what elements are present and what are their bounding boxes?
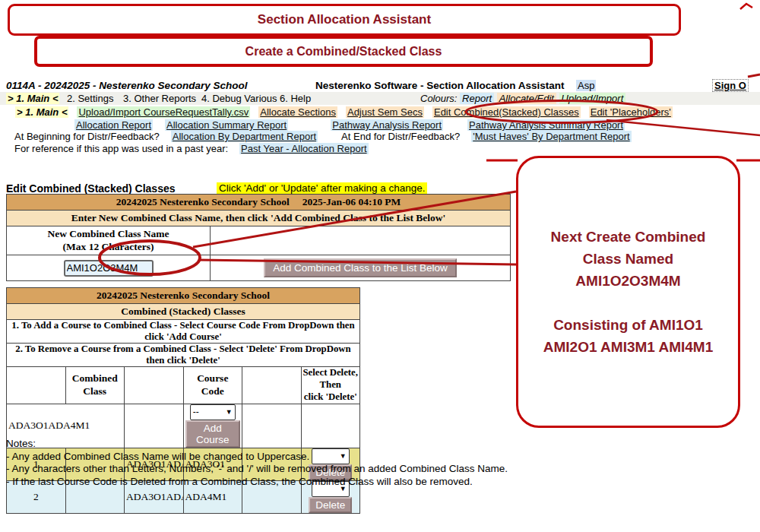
section-hint-highlight: Click 'Add' or 'Update' after making a c…: [217, 182, 427, 194]
nav-link-upload-import[interactable]: Upload/Import CourseRequestTally.csv: [77, 106, 250, 118]
menu-row: > 1. Main < 2. Settings 3. Other Reports…: [0, 93, 760, 105]
beginning-feedback-label: At Beginning for Distr/Feedback?: [14, 131, 160, 142]
nav-link-allocation-report[interactable]: Allocation Report: [74, 119, 153, 131]
school-title: 0114A - 20242025 - Nesterenko Secondary …: [6, 80, 247, 91]
annotation-dash: [748, 74, 760, 77]
table2-instruction2-row: 2. To Remove a Course from a Combined Cl…: [7, 344, 360, 367]
nav-link-allocation-summary[interactable]: Allocation Summary Report: [165, 119, 288, 131]
nav-row-reports: Allocation Report Allocation Summary Rep…: [0, 119, 760, 131]
banner1-text: Section Allocation Assistant: [258, 12, 431, 27]
callout-line: Consisting of AMI1O1: [553, 314, 703, 336]
nav-link-alloc-by-dept[interactable]: Allocation By Department Report: [171, 131, 318, 142]
menu-item-other-reports[interactable]: 3. Other Reports: [123, 93, 196, 104]
table1-school: 20242025 Nesterenko Secondary School: [116, 196, 290, 207]
table1-timestamp: 2025-Jan-06 04:10 PM: [302, 196, 401, 207]
col-course-code: Course Code: [183, 367, 242, 404]
annotation-callout: Next Create Combined Class Named AMI1O2O…: [516, 156, 740, 428]
callout-line: Class Named: [583, 248, 673, 270]
callout-line: AMI1O2O3M4M: [575, 270, 680, 292]
page: Section Allocation Assistant Create a Co…: [0, 0, 760, 532]
table1-instruction: Enter New Combined Class Name, then clic…: [7, 211, 511, 226]
delete-button[interactable]: Delete: [309, 497, 352, 513]
section-title: Edit Combined (Stacked) Classes: [6, 182, 176, 195]
nav-link-edit-combined[interactable]: Edit Combined(Stacked) Classes: [432, 106, 581, 118]
col-select-delete: Select Delete, Then click 'Delete': [301, 367, 360, 404]
chevron-down-icon: ▼: [226, 408, 233, 416]
menu-item-debug[interactable]: 4. Debug Various: [201, 93, 277, 104]
menu-item-main[interactable]: > 1. Main <: [6, 93, 59, 104]
add-combined-class-button[interactable]: Add Combined Class to the List Below: [264, 258, 457, 277]
table2-header-row: Combined Class Course Code Select Delete…: [7, 367, 360, 404]
nav-link-must-haves[interactable]: 'Must Haves' By Department Report: [471, 131, 632, 142]
table2-subtitle-row: Combined (Stacked) Classes: [7, 304, 360, 320]
table1-empty-cell: [211, 226, 511, 255]
nav-row-main: > 1. Main < Upload/Import CourseRequestT…: [0, 106, 760, 118]
notes-block: Notes: - Any added Combined Class Name w…: [6, 438, 508, 488]
nav-link-adjust-sem-secs[interactable]: Adjust Sem Secs: [346, 106, 424, 118]
note-line: - Any characters other than Letters, Num…: [6, 463, 508, 476]
annotation-mark: [740, 4, 752, 9]
callout-line: Next Create Combined: [551, 226, 706, 248]
table1-instruction-row: Enter New Combined Class Name, then clic…: [7, 211, 511, 226]
table1-input-row: Add Combined Class to the List Below: [7, 255, 511, 281]
callout-line: AMI2O1 AMI3M1 AMI4M1: [543, 336, 713, 358]
nav-link-edit-placeholders[interactable]: Edit 'Placeholders': [589, 106, 673, 118]
nav-row-past-year: For reference if this app was used in a …: [0, 143, 760, 154]
table2-instruction1: 1. To Add a Course to Combined Class - S…: [7, 320, 360, 344]
new-class-name-label: New Combined Class Name (Max 12 Characte…: [7, 226, 211, 255]
new-class-name-input[interactable]: [64, 260, 154, 277]
table2-subtitle: Combined (Stacked) Classes: [7, 304, 360, 320]
nav-link-pathway-report[interactable]: Pathway Analysis Report: [331, 119, 443, 131]
banner2-text: Create a Combined/Stacked Class: [245, 45, 442, 59]
colours-key-upload: Upload/Import: [559, 93, 626, 104]
note-line: - If the last Course Code is Deleted fro…: [6, 476, 508, 489]
colours-key-allocate: Allocate/Edit: [497, 93, 556, 104]
table1-school-row: 20242025 Nesterenko Secondary School 202…: [7, 195, 511, 211]
nav-link-allocate-sections[interactable]: Allocate Sections: [258, 106, 337, 118]
annotation-banner-title: Section Allocation Assistant: [8, 4, 681, 36]
menu-item-settings[interactable]: 2. Settings: [67, 93, 113, 104]
nav-link-pathway-summary[interactable]: Pathway Analysis Summary Report: [467, 119, 625, 131]
colours-key-report: Report: [460, 93, 494, 104]
col-combined-class: Combined Class: [65, 367, 125, 404]
course-code-select[interactable]: --▼: [190, 404, 236, 420]
nav-current-main[interactable]: > 1. Main <: [15, 106, 68, 118]
annotation-banner-subtitle: Create a Combined/Stacked Class: [34, 36, 653, 67]
table2-instruction2: 2. To Remove a Course from a Combined Cl…: [7, 344, 360, 367]
table2-instruction1-row: 1. To Add a Course to Combined Class - S…: [7, 320, 360, 344]
table2-school-row: 20242025 Nesterenko Secondary School: [7, 288, 360, 304]
colours-label: Colours:: [420, 93, 457, 104]
menu-item-help[interactable]: 6. Help: [280, 93, 311, 104]
asp-badge: Asp: [576, 80, 596, 91]
nav-link-past-year-report[interactable]: Past Year - Allocation Report: [239, 143, 369, 154]
create-combined-table: 20242025 Nesterenko Secondary School 202…: [6, 194, 511, 281]
table2-school: 20242025 Nesterenko Secondary School: [7, 288, 360, 304]
header-row: 0114A - 20242025 - Nesterenko Secondary …: [0, 80, 760, 92]
note-line: - Any added Combined Class Name will be …: [6, 451, 508, 464]
notes-title: Notes:: [6, 438, 508, 451]
table1-label-row: New Combined Class Name (Max 12 Characte…: [7, 226, 511, 255]
past-year-label: For reference if this app was used in a …: [14, 143, 229, 154]
end-feedback-label: At End for Distr/Feedback?: [340, 131, 461, 142]
nav-row-department: At Beginning for Distr/Feedback? Allocat…: [0, 131, 760, 142]
app-title: Nesterenko Software - Section Allocation…: [315, 80, 565, 91]
sign-out-link[interactable]: Sign O: [713, 80, 748, 91]
colours-legend: Colours: Report Allocate/Edit Upload/Imp…: [420, 93, 625, 104]
